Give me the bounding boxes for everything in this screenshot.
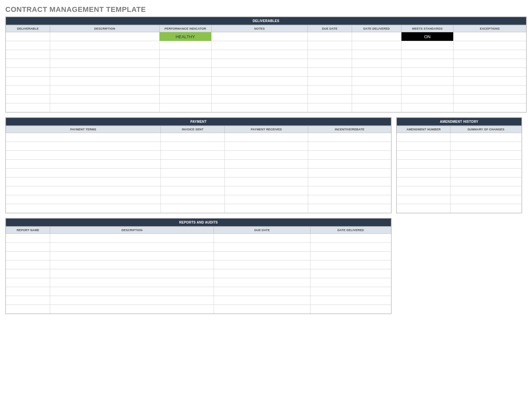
table-cell[interactable] (450, 186, 521, 195)
table-cell[interactable] (159, 77, 211, 86)
table-cell[interactable] (161, 160, 225, 169)
performance-indicator-cell[interactable]: HEALTHY (159, 32, 211, 41)
table-cell[interactable] (397, 186, 451, 195)
table-cell[interactable] (352, 68, 401, 77)
table-cell[interactable] (308, 151, 391, 160)
table-cell[interactable] (352, 50, 401, 59)
table-cell[interactable] (450, 151, 521, 160)
table-cell[interactable] (401, 94, 454, 103)
table-cell[interactable] (50, 243, 214, 252)
table-cell[interactable] (6, 252, 50, 260)
table-cell[interactable] (453, 77, 526, 86)
table-cell[interactable] (225, 195, 308, 204)
table-cell[interactable] (211, 68, 308, 77)
table-cell[interactable] (6, 296, 50, 305)
table-cell[interactable] (308, 32, 352, 41)
meets-standards-cell[interactable]: ON (401, 32, 454, 41)
table-cell[interactable] (225, 133, 308, 142)
table-cell[interactable] (308, 41, 352, 50)
table-cell[interactable] (308, 86, 352, 94)
table-cell[interactable] (161, 186, 225, 195)
table-cell[interactable] (450, 204, 521, 213)
table-cell[interactable] (450, 142, 521, 151)
table-cell[interactable] (161, 177, 225, 186)
table-cell[interactable] (225, 160, 308, 169)
table-cell[interactable] (225, 169, 308, 177)
table-cell[interactable] (6, 59, 50, 68)
table-cell[interactable] (453, 86, 526, 94)
table-cell[interactable] (50, 287, 214, 296)
table-cell[interactable] (6, 86, 50, 94)
table-cell[interactable] (308, 177, 391, 186)
table-cell[interactable] (50, 94, 160, 103)
table-cell[interactable] (352, 59, 401, 68)
table-cell[interactable] (310, 243, 391, 252)
table-cell[interactable] (211, 41, 308, 50)
table-cell[interactable] (161, 142, 225, 151)
table-cell[interactable] (310, 296, 391, 305)
table-cell[interactable] (225, 151, 308, 160)
table-cell[interactable] (225, 142, 308, 151)
table-cell[interactable] (6, 50, 50, 59)
table-cell[interactable] (450, 169, 521, 177)
table-cell[interactable] (397, 142, 451, 151)
table-cell[interactable] (308, 204, 391, 213)
table-cell[interactable] (6, 278, 50, 287)
table-cell[interactable] (453, 103, 526, 112)
table-cell[interactable] (401, 59, 454, 68)
table-cell[interactable] (308, 68, 352, 77)
table-cell[interactable] (352, 32, 401, 41)
table-cell[interactable] (397, 151, 451, 160)
table-cell[interactable] (308, 142, 391, 151)
table-cell[interactable] (211, 32, 308, 41)
table-cell[interactable] (50, 41, 160, 50)
table-cell[interactable] (6, 142, 161, 151)
table-cell[interactable] (308, 103, 352, 112)
table-cell[interactable] (214, 260, 310, 269)
table-cell[interactable] (50, 260, 214, 269)
table-cell[interactable] (6, 269, 50, 278)
table-cell[interactable] (214, 296, 310, 305)
table-cell[interactable] (6, 204, 161, 213)
table-cell[interactable] (225, 186, 308, 195)
table-cell[interactable] (450, 195, 521, 204)
table-cell[interactable] (50, 269, 214, 278)
table-cell[interactable] (6, 234, 50, 243)
table-cell[interactable] (397, 169, 451, 177)
table-cell[interactable] (159, 103, 211, 112)
table-cell[interactable] (401, 50, 454, 59)
table-cell[interactable] (211, 50, 308, 59)
table-cell[interactable] (310, 305, 391, 314)
table-cell[interactable] (397, 204, 451, 213)
table-cell[interactable] (308, 133, 391, 142)
table-cell[interactable] (310, 252, 391, 260)
table-cell[interactable] (214, 287, 310, 296)
table-cell[interactable] (225, 204, 308, 213)
table-cell[interactable] (159, 50, 211, 59)
table-cell[interactable] (6, 195, 161, 204)
table-cell[interactable] (453, 68, 526, 77)
table-cell[interactable] (6, 260, 50, 269)
table-cell[interactable] (211, 94, 308, 103)
table-cell[interactable] (6, 186, 161, 195)
table-cell[interactable] (453, 50, 526, 59)
table-cell[interactable] (50, 32, 160, 41)
table-cell[interactable] (310, 287, 391, 296)
table-cell[interactable] (352, 103, 401, 112)
table-cell[interactable] (401, 103, 454, 112)
table-cell[interactable] (214, 305, 310, 314)
table-cell[interactable] (50, 50, 160, 59)
table-cell[interactable] (159, 68, 211, 77)
table-cell[interactable] (450, 160, 521, 169)
table-cell[interactable] (352, 94, 401, 103)
table-cell[interactable] (211, 86, 308, 94)
table-cell[interactable] (214, 234, 310, 243)
table-cell[interactable] (50, 68, 160, 77)
table-cell[interactable] (453, 32, 526, 41)
table-cell[interactable] (214, 243, 310, 252)
table-cell[interactable] (401, 68, 454, 77)
table-cell[interactable] (450, 177, 521, 186)
table-cell[interactable] (6, 32, 50, 41)
table-cell[interactable] (6, 243, 50, 252)
table-cell[interactable] (6, 160, 161, 169)
